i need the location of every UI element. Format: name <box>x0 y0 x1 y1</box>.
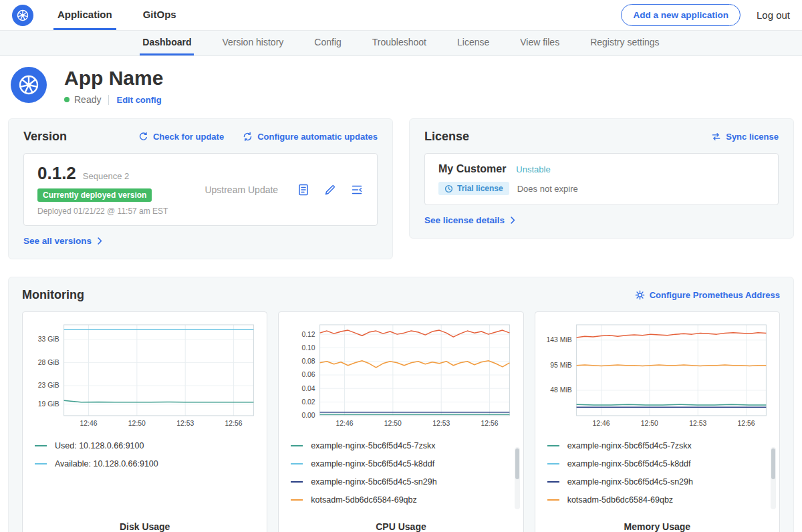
memory-usage-legend: example-nginx-5bc6f5d4c5-7zskx example-n… <box>547 441 767 513</box>
svg-text:12:56: 12:56 <box>225 420 243 427</box>
see-license-details-link[interactable]: See license details <box>424 215 517 225</box>
primary-nav-tab-label: GitOps <box>143 9 176 20</box>
legend-color-dash-icon <box>291 499 303 501</box>
legend-color-dash-icon <box>35 445 47 446</box>
version-number: 0.1.2 <box>37 163 76 184</box>
app-header: App Name Ready Edit config <box>0 56 802 113</box>
memory-usage-chart: 48 MiB95 MiB143 MiB12:4612:5012:5312:56 <box>543 320 771 432</box>
configure-automatic-updates-label: Configure automatic updates <box>257 132 378 142</box>
topbar-actions: Add a new application Log out <box>621 0 790 30</box>
chart-title: Memory Usage <box>543 517 771 532</box>
subnav-tab[interactable]: License <box>454 31 492 55</box>
subnav-tab-label: View files <box>520 37 559 47</box>
subnav-tab-label: Config <box>314 37 341 47</box>
chevron-right-icon <box>96 237 104 245</box>
deployed-timestamp: Deployed 01/21/22 @ 11:57 am EST <box>37 207 168 216</box>
legend-label: kotsadm-5db6dc6584-69qbz <box>567 495 673 505</box>
cpu-usage-chart: 0.000.020.040.060.080.100.1212:4612:5012… <box>287 320 515 432</box>
svg-text:12:50: 12:50 <box>640 420 658 427</box>
subnav-tab[interactable]: Troubleshoot <box>370 31 429 55</box>
svg-text:0.00: 0.00 <box>302 412 315 419</box>
legend-scrollbar[interactable] <box>771 447 776 509</box>
version-panel: Version Check for update Configure autom… <box>8 118 393 259</box>
add-application-button[interactable]: Add a new application <box>621 4 741 26</box>
chart-title: CPU Usage <box>287 517 515 532</box>
customer-name: My Customer <box>438 163 506 175</box>
legend-label: example-nginx-5bc6f5d4c5-sn29h <box>311 477 436 487</box>
legend-label: Used: 10.128.0.66:9100 <box>55 441 144 450</box>
legend-color-dash-icon <box>291 481 303 483</box>
legend-color-dash-icon <box>547 499 559 501</box>
license-panel: License Sync license My Customer Unstabl… <box>409 118 794 239</box>
svg-text:0.06: 0.06 <box>302 371 315 378</box>
svg-text:12:56: 12:56 <box>481 420 499 427</box>
configure-prometheus-link[interactable]: Configure Prometheus Address <box>635 290 780 300</box>
subnav-tab[interactable]: View files <box>517 31 562 55</box>
app-logo-icon <box>11 67 47 103</box>
svg-text:33 GiB: 33 GiB <box>38 336 59 343</box>
legend-label: example-nginx-5bc6f5d4c5-sn29h <box>567 477 693 487</box>
legend-item: example-nginx-5bc6f5d4c5-k8ddf <box>547 459 767 469</box>
status-dot-icon <box>64 97 70 102</box>
legend-item: example-nginx-5bc6f5d4c5-k8ddf <box>291 459 511 469</box>
svg-text:95 MiB: 95 MiB <box>550 362 571 369</box>
see-all-versions-link[interactable]: See all versions <box>23 236 104 246</box>
license-panel-title: License <box>424 130 469 144</box>
version-actions <box>297 183 364 196</box>
check-for-update-link[interactable]: Check for update <box>138 132 224 142</box>
primary-nav: Application GitOps <box>53 0 203 30</box>
license-card: My Customer Unstable Trial license Does … <box>424 153 779 205</box>
edit-config-link[interactable]: Edit config <box>116 95 161 105</box>
svg-text:12:53: 12:53 <box>689 420 706 427</box>
subnav-tab[interactable]: Version history <box>219 31 286 55</box>
release-notes-icon[interactable] <box>297 183 310 196</box>
legend-label: Available: 10.128.0.66:9100 <box>55 459 158 469</box>
legend-item: example-nginx-5bc6f5d4c5-7zskx <box>547 441 767 450</box>
subnav-tab[interactable]: Registry settings <box>587 31 662 55</box>
legend-label: example-nginx-5bc6f5d4c5-k8ddf <box>311 459 434 469</box>
gear-icon <box>635 290 645 300</box>
svg-text:143 MiB: 143 MiB <box>546 336 571 344</box>
legend-color-dash-icon <box>547 481 559 483</box>
cpu-usage-legend: example-nginx-5bc6f5d4c5-7zskx example-n… <box>291 441 511 513</box>
legend-item: kotsadm-5db6dc6584-69qbz <box>547 495 767 505</box>
view-diff-icon[interactable] <box>350 183 364 196</box>
monitoring-panel: Monitoring Configure Prometheus Address … <box>8 277 794 532</box>
logout-link[interactable]: Log out <box>757 9 790 21</box>
subnav-tab[interactable]: Dashboard <box>140 31 194 55</box>
license-expiration: Does not expire <box>517 184 578 194</box>
legend-item: Used: 10.128.0.66:9100 <box>35 441 255 450</box>
auto-update-icon <box>243 132 253 142</box>
chart-title: Disk Usage <box>31 517 259 532</box>
primary-nav-tab[interactable]: GitOps <box>139 0 180 30</box>
primary-nav-tab-label: Application <box>57 9 112 20</box>
edit-config-icon[interactable] <box>323 183 337 196</box>
legend-label: example-nginx-5bc6f5d4c5-7zskx <box>311 441 435 450</box>
current-version-card: 0.1.2 Sequence 2 Currently deployed vers… <box>23 153 378 226</box>
svg-text:0.08: 0.08 <box>302 358 315 365</box>
configure-automatic-updates-link[interactable]: Configure automatic updates <box>243 132 378 142</box>
svg-text:19 GiB: 19 GiB <box>38 400 59 408</box>
primary-nav-tab[interactable]: Application <box>53 0 116 30</box>
app-title: App Name <box>64 67 163 89</box>
disk-usage-legend: Used: 10.128.0.66:9100 Available: 10.128… <box>35 441 255 513</box>
subnav-tab[interactable]: Config <box>311 31 344 55</box>
sync-license-link[interactable]: Sync license <box>711 132 779 142</box>
svg-text:12:53: 12:53 <box>176 420 194 427</box>
configure-prometheus-label: Configure Prometheus Address <box>650 290 780 300</box>
svg-text:0.12: 0.12 <box>302 331 315 338</box>
disk-usage-card: 19 GiB23 GiB28 GiB33 GiB12:4612:5012:531… <box>22 311 267 532</box>
legend-color-dash-icon <box>291 463 303 464</box>
svg-text:0.04: 0.04 <box>302 385 315 392</box>
svg-text:23 GiB: 23 GiB <box>38 382 59 389</box>
legend-color-dash-icon <box>291 445 303 446</box>
sync-icon <box>711 132 721 142</box>
legend-item: example-nginx-5bc6f5d4c5-sn29h <box>547 477 767 487</box>
monitoring-title: Monitoring <box>22 288 84 302</box>
check-for-update-label: Check for update <box>153 132 224 142</box>
legend-scrollbar[interactable] <box>515 447 520 509</box>
legend-item: kotsadm-5db6dc6584-69qbz <box>291 495 511 505</box>
license-type-badge: Trial license <box>438 182 509 195</box>
app-status: Ready <box>74 94 101 105</box>
svg-text:12:46: 12:46 <box>336 420 354 427</box>
